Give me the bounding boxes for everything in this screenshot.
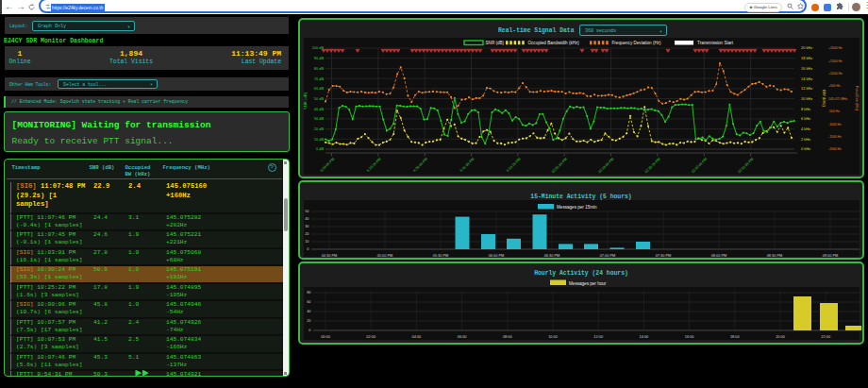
svg-text:04:00: 04:00 — [412, 334, 423, 339]
svg-text:-1500 Hz: -1500 Hz — [828, 135, 842, 139]
svg-text:20:00: 20:00 — [776, 334, 786, 339]
svg-text:8 kHz: 8 kHz — [801, 107, 810, 111]
svg-text:20 dB: 20 dB — [314, 127, 325, 131]
svg-text:04:30 PM: 04:30 PM — [322, 253, 338, 257]
svg-text:2 kHz: 2 kHz — [801, 137, 810, 142]
svg-text:BW (kHz): BW (kHz) — [822, 90, 826, 108]
svg-text:90 dB: 90 dB — [314, 56, 325, 60]
svg-text:22:00: 22:00 — [821, 334, 831, 339]
svg-text:+1500 Hz: +1500 Hz — [828, 59, 843, 63]
svg-text:10:00: 10:00 — [548, 334, 559, 339]
svg-text:+2000 Hz: +2000 Hz — [828, 46, 843, 50]
svg-text:06:00 PM: 06:00 PM — [489, 253, 505, 257]
svg-text:09:00 PM: 09:00 PM — [823, 253, 839, 257]
svg-text:4 kHz: 4 kHz — [801, 127, 810, 131]
svg-text:40 dB: 40 dB — [314, 107, 325, 111]
svg-text:+500 Hz: +500 Hz — [828, 84, 841, 88]
svg-text:14:00: 14:00 — [640, 334, 650, 339]
svg-text:Transmission Start: Transmission Start — [697, 41, 734, 45]
svg-text:60 dB: 60 dB — [314, 86, 325, 91]
svg-text:Frequency Deviation (Hz): Frequency Deviation (Hz) — [612, 41, 662, 45]
svg-text:0 kHz: 0 kHz — [801, 146, 810, 151]
svg-text:145.075 MHz: 145.075 MHz — [828, 97, 847, 101]
svg-text:07:00 PM: 07:00 PM — [600, 253, 616, 257]
svg-text:06:00: 06:00 — [458, 334, 468, 339]
svg-text:16 kHz: 16 kHz — [801, 66, 812, 71]
svg-text:08:00 PM: 08:00 PM — [711, 253, 727, 257]
svg-text:Messages per 15min: Messages per 15min — [557, 205, 597, 210]
svg-text:16:00: 16:00 — [685, 334, 695, 339]
svg-text:05:30 PM: 05:30 PM — [433, 253, 449, 257]
svg-text:05:00 PM: 05:00 PM — [377, 253, 393, 257]
svg-text:30 dB: 30 dB — [314, 116, 325, 121]
svg-text:-1000 Hz: -1000 Hz — [828, 123, 842, 127]
svg-text:08:30 PM: 08:30 PM — [767, 253, 783, 257]
svg-text:12:00: 12:00 — [593, 334, 604, 339]
svg-text:+1000 Hz: +1000 Hz — [828, 72, 843, 76]
svg-text:14 kHz: 14 kHz — [801, 76, 812, 81]
svg-text:Freq Dev (Hz): Freq Dev (Hz) — [855, 86, 860, 111]
svg-text:06:30 PM: 06:30 PM — [544, 253, 560, 257]
svg-text:07:30 PM: 07:30 PM — [656, 253, 672, 257]
svg-text:20 kHz: 20 kHz — [801, 45, 812, 50]
svg-text:00:00: 00:00 — [321, 334, 331, 339]
svg-text:Occupied Bandwidth (kHz): Occupied Bandwidth (kHz) — [528, 41, 580, 45]
svg-text:10 kHz: 10 kHz — [801, 96, 812, 101]
svg-text:70 dB: 70 dB — [314, 76, 325, 81]
svg-text:0 dB: 0 dB — [316, 146, 324, 151]
svg-text:SNR (dB): SNR (dB) — [303, 92, 308, 110]
svg-text:-2000 Hz: -2000 Hz — [828, 147, 842, 151]
svg-text:02:00: 02:00 — [366, 334, 376, 339]
svg-text:50 dB: 50 dB — [314, 96, 325, 101]
svg-text:18:00: 18:00 — [730, 334, 741, 339]
svg-text:80 dB: 80 dB — [314, 66, 325, 71]
svg-text:08:00: 08:00 — [503, 334, 513, 339]
svg-text:18 kHz: 18 kHz — [801, 56, 812, 60]
svg-text:SNR (dB): SNR (dB) — [486, 41, 505, 45]
svg-text:6 kHz: 6 kHz — [801, 116, 810, 121]
svg-text:-500 Hz: -500 Hz — [828, 110, 840, 113]
svg-text:Messages per hour: Messages per hour — [569, 281, 607, 286]
svg-text:12 kHz: 12 kHz — [801, 86, 812, 91]
svg-text:10 dB: 10 dB — [314, 137, 325, 142]
